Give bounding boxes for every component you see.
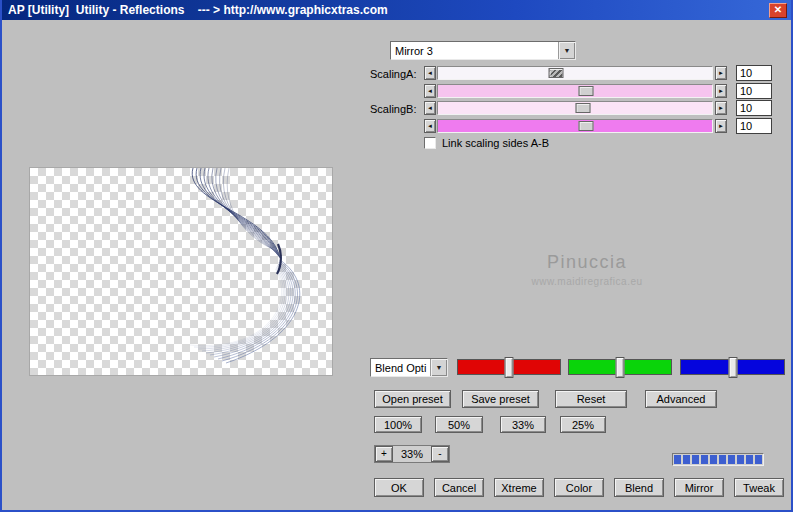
tweak-button[interactable]: Tweak	[734, 478, 784, 497]
blend-options-select[interactable]: Blend Opti ▼	[370, 358, 448, 377]
open-preset-button[interactable]: Open preset	[374, 390, 451, 408]
zoom-stepper: + 33% -	[374, 445, 450, 463]
close-button[interactable]: ✕	[769, 3, 787, 18]
chevron-down-icon: ▼	[558, 42, 575, 59]
reflection-curves-graphic	[30, 168, 332, 375]
zoom-25-button[interactable]: 25%	[560, 416, 606, 433]
arrow-right-icon: ►	[718, 123, 724, 129]
scaling-a2-slider-row: ◄ ►	[424, 84, 776, 98]
checkbox-box[interactable]	[424, 137, 436, 149]
blend-button[interactable]: Blend	[614, 478, 664, 497]
blue-channel-slider[interactable]	[680, 359, 785, 375]
scaling-b1-value-input[interactable]	[736, 100, 772, 116]
ok-button[interactable]: OK	[374, 478, 424, 497]
progress-segment	[728, 455, 735, 464]
zoom-decrease-button[interactable]: -	[431, 446, 449, 462]
close-icon: ✕	[774, 4, 782, 15]
preview-canvas[interactable]	[30, 168, 332, 375]
dialog-body: Pinuccia www.maidiregrafica.eu Mirror 3 …	[2, 20, 791, 508]
arrow-right-icon: ►	[718, 88, 724, 94]
zoom-increase-button[interactable]: +	[375, 446, 393, 462]
color-button[interactable]: Color	[554, 478, 604, 497]
link-scaling-label: Link scaling sides A-B	[442, 137, 549, 149]
progress-segment	[683, 455, 690, 464]
reset-button[interactable]: Reset	[555, 390, 627, 408]
arrow-left-icon: ◄	[427, 123, 433, 129]
titlebar: AP [Utility] Utility - Reflections --- >…	[2, 0, 791, 20]
progress-segment	[710, 455, 717, 464]
advanced-button[interactable]: Advanced	[645, 390, 717, 408]
progress-bar	[672, 453, 764, 466]
arrow-right-icon: ►	[718, 70, 724, 76]
scaling-b1-slider-thumb[interactable]	[576, 103, 591, 113]
watermark-name: Pinuccia	[507, 252, 667, 273]
watermark-url: www.maidiregrafica.eu	[507, 276, 667, 287]
mirror-preset-value: Mirror 3	[391, 45, 558, 57]
progress-segment	[701, 455, 708, 464]
green-slider-thumb[interactable]	[616, 357, 625, 378]
progress-segment	[737, 455, 744, 464]
scaling-b1-slider-row: ◄ ►	[424, 101, 776, 115]
scaling-a2-slider-track[interactable]	[437, 84, 713, 98]
scaling-a2-value-input[interactable]	[736, 83, 772, 99]
arrow-right-icon: ►	[718, 105, 724, 111]
cancel-button[interactable]: Cancel	[434, 478, 484, 497]
scaling-a1-value-input[interactable]	[736, 65, 772, 81]
plugin-window: AP [Utility] Utility - Reflections --- >…	[0, 0, 793, 512]
slider-increment-button[interactable]: ►	[715, 66, 727, 80]
mirror-preset-select[interactable]: Mirror 3 ▼	[390, 41, 576, 60]
scaling-b1-slider-track[interactable]	[437, 101, 713, 115]
scaling-a2-slider-thumb[interactable]	[578, 86, 593, 96]
slider-increment-button[interactable]: ►	[715, 84, 727, 98]
scaling-b2-slider-track[interactable]	[437, 119, 713, 133]
window-title: AP [Utility] Utility - Reflections --- >…	[8, 3, 769, 17]
scaling-a-label: ScalingA:	[370, 68, 416, 80]
red-slider-thumb[interactable]	[505, 357, 514, 378]
progress-segment	[746, 455, 753, 464]
arrow-left-icon: ◄	[427, 70, 433, 76]
progress-segment	[755, 455, 762, 464]
slider-decrement-button[interactable]: ◄	[424, 119, 436, 133]
zoom-33-button[interactable]: 33%	[500, 416, 546, 433]
scaling-b-label: ScalingB:	[370, 103, 416, 115]
slider-decrement-button[interactable]: ◄	[424, 84, 436, 98]
zoom-50-button[interactable]: 50%	[435, 416, 483, 433]
scaling-a1-slider-row: ◄ ►	[424, 66, 776, 80]
red-channel-slider[interactable]	[457, 359, 561, 375]
progress-segment	[692, 455, 699, 464]
slider-increment-button[interactable]: ►	[715, 119, 727, 133]
green-channel-slider[interactable]	[568, 359, 672, 375]
scaling-b2-value-input[interactable]	[736, 118, 772, 134]
zoom-100-button[interactable]: 100%	[374, 416, 422, 433]
scaling-b2-slider-thumb[interactable]	[578, 121, 593, 131]
scaling-a1-slider-thumb[interactable]	[548, 68, 563, 78]
zoom-level-value: 33%	[393, 446, 431, 462]
slider-increment-button[interactable]: ►	[715, 101, 727, 115]
mirror-button[interactable]: Mirror	[674, 478, 724, 497]
arrow-left-icon: ◄	[427, 88, 433, 94]
blue-slider-thumb[interactable]	[728, 357, 737, 378]
xtreme-button[interactable]: Xtreme	[494, 478, 544, 497]
blend-options-value: Blend Opti	[371, 362, 430, 374]
chevron-down-icon: ▼	[430, 359, 447, 376]
arrow-left-icon: ◄	[427, 105, 433, 111]
slider-decrement-button[interactable]: ◄	[424, 101, 436, 115]
progress-segment	[719, 455, 726, 464]
progress-segment	[674, 455, 681, 464]
scaling-a1-slider-track[interactable]	[437, 66, 713, 80]
save-preset-button[interactable]: Save preset	[462, 390, 539, 408]
link-scaling-checkbox[interactable]: Link scaling sides A-B	[424, 137, 549, 149]
slider-decrement-button[interactable]: ◄	[424, 66, 436, 80]
scaling-b2-slider-row: ◄ ►	[424, 119, 776, 133]
